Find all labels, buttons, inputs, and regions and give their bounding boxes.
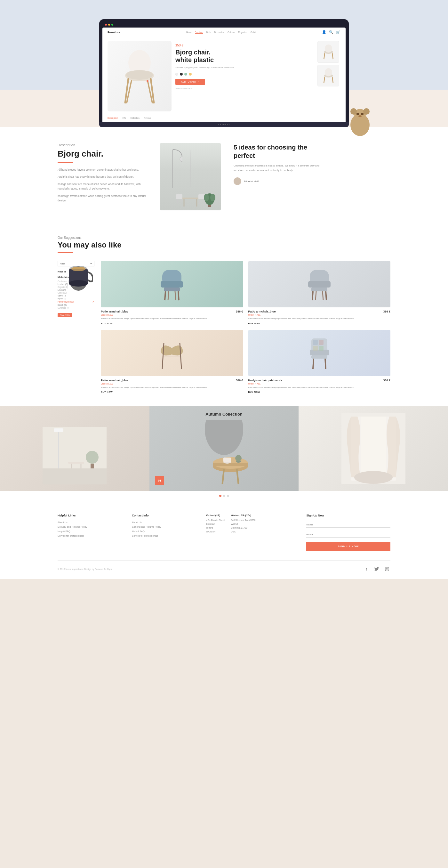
color-green[interactable] bbox=[184, 73, 187, 75]
tab-description[interactable]: Description bbox=[107, 117, 118, 120]
svg-rect-72 bbox=[54, 428, 63, 432]
filter-synthetic[interactable]: Synthetic (0) bbox=[58, 307, 94, 309]
filter-polypropylene[interactable]: Polypropylene (1) ✕ bbox=[58, 300, 94, 303]
autumn-grid: Autumn Collection bbox=[0, 406, 448, 491]
suggestions-section: Our Suggestions You may also like Filter… bbox=[0, 226, 448, 406]
autumn-collection: Autumn Collection bbox=[0, 406, 448, 501]
svg-line-53 bbox=[312, 291, 313, 300]
footer-link-help[interactable]: Help & FAQ bbox=[58, 530, 122, 533]
svg-rect-86 bbox=[223, 458, 231, 462]
room-scene bbox=[160, 143, 221, 210]
svg-rect-52 bbox=[311, 287, 327, 291]
svg-line-55 bbox=[316, 291, 316, 300]
svg-point-4 bbox=[356, 113, 359, 115]
autumn-center: Autumn Collection bbox=[150, 406, 299, 491]
thumb-1[interactable] bbox=[317, 41, 339, 63]
buy-now-3[interactable]: BUY NOW bbox=[101, 391, 243, 393]
add-to-cart-button[interactable]: ADD TO CART + bbox=[175, 79, 205, 85]
autumn-dot-active[interactable] bbox=[219, 495, 221, 497]
buy-now-4[interactable]: BUY NOW bbox=[248, 391, 391, 393]
svg-rect-62 bbox=[311, 355, 327, 359]
product-card-3-desc: Armchair in round wooden design upholste… bbox=[101, 386, 243, 389]
signup-email-input[interactable] bbox=[306, 532, 390, 537]
facebook-icon[interactable]: f bbox=[363, 565, 370, 572]
breadcrumb-indicator bbox=[147, 80, 149, 82]
twitter-icon[interactable] bbox=[373, 565, 380, 572]
description-section: Description Bjorg chair. All hand pieces… bbox=[0, 127, 448, 226]
nav-home[interactable]: Home bbox=[186, 31, 191, 34]
tab-review[interactable]: Review bbox=[144, 117, 151, 120]
footer-helpful-title: Helpful Links bbox=[58, 514, 122, 517]
svg-line-48 bbox=[168, 291, 169, 300]
svg-line-23 bbox=[332, 53, 333, 59]
footer-grid: Helpful Links About Us Delivery and Retu… bbox=[58, 514, 390, 551]
product-description: Armchair in polypropylene. Seat and legs… bbox=[175, 66, 314, 69]
sale-badge[interactable]: Sale 20% bbox=[58, 313, 72, 317]
footer-link-delivery[interactable]: Delivery and Returns Policy bbox=[58, 525, 122, 528]
color-dark[interactable] bbox=[180, 73, 183, 75]
autumn-dot-3[interactable] bbox=[227, 495, 229, 497]
svg-line-47 bbox=[178, 291, 179, 300]
tab-info[interactable]: Info bbox=[123, 117, 126, 120]
svg-point-94 bbox=[386, 568, 388, 570]
product-card-1-header: Patio armchair_blue 386 € bbox=[101, 310, 243, 313]
footer-link-about[interactable]: About Us bbox=[58, 521, 122, 524]
search-icon[interactable]: 🔍 bbox=[329, 30, 333, 34]
color-yellow[interactable] bbox=[189, 73, 192, 75]
product-card-2-price: 386 € bbox=[383, 310, 390, 313]
instagram-icon[interactable] bbox=[383, 565, 390, 572]
svg-rect-67 bbox=[313, 346, 318, 350]
nav-decoration[interactable]: Decoration bbox=[214, 31, 224, 34]
staff-name: Editorial staff bbox=[244, 180, 259, 183]
product-card-3-header: Patio armchair_blue 386 € bbox=[101, 379, 243, 382]
footer-address-oxford: Oxford (JA) 4 S. Atlantic StreetExperian… bbox=[206, 514, 225, 551]
macbook-label: MacBook bbox=[218, 124, 230, 125]
user-icon[interactable]: 👤 bbox=[322, 30, 326, 34]
signup-name-input[interactable] bbox=[306, 522, 390, 528]
svg-rect-93 bbox=[385, 567, 389, 571]
product-card-4-subtitle: Order: R-XLL bbox=[248, 382, 391, 385]
svg-point-29 bbox=[180, 157, 183, 162]
svg-line-38 bbox=[177, 199, 178, 204]
thumb-2[interactable] bbox=[317, 65, 339, 87]
product-card-1-desc: Armchair in round wooden design upholste… bbox=[101, 317, 243, 320]
footer-link-service[interactable]: Service for professionals bbox=[58, 534, 122, 537]
footer-contact-returns[interactable]: General and Returns Policy bbox=[132, 525, 196, 528]
autumn-dot-2[interactable] bbox=[223, 495, 225, 497]
filter-beech[interactable]: Beech (6) bbox=[58, 304, 94, 306]
footer-bottom: © 2018 Moxa Inspirations. Design by Forn… bbox=[58, 560, 390, 572]
product-thumbnails bbox=[317, 41, 341, 87]
deco-mug bbox=[64, 262, 93, 296]
buy-now-1[interactable]: BUY NOW bbox=[101, 322, 243, 325]
signup-button[interactable]: SIGN UP NOW bbox=[306, 542, 390, 551]
nav-links: Home Furniture Beds Decoration Outdoor M… bbox=[186, 31, 256, 34]
footer-contact-faq[interactable]: Help & FAQ bbox=[132, 530, 196, 533]
footer-helpful-links: Helpful Links About Us Delivery and Retu… bbox=[58, 514, 122, 551]
footer-contact-about[interactable]: About Us bbox=[132, 521, 196, 524]
share-product[interactable]: SHARE PRODUCT bbox=[175, 87, 314, 89]
footer-contact-service[interactable]: Service for professionals bbox=[132, 534, 196, 537]
tab-collection[interactable]: Collection bbox=[130, 117, 139, 120]
product-card-4: Kodytrmchair patchwork 386 € Order: R-XL… bbox=[248, 330, 391, 394]
filter-nylon[interactable]: Nylon (1) bbox=[58, 298, 94, 300]
nav-magazine[interactable]: Magazine bbox=[238, 31, 247, 34]
nav-beds[interactable]: Beds bbox=[206, 31, 211, 34]
cart-icon[interactable]: 🛒 bbox=[336, 30, 341, 34]
svg-line-27 bbox=[332, 77, 333, 83]
product-card-2-img bbox=[248, 261, 391, 307]
laptop-section: Furniture Home Furniture Beds Decoration… bbox=[0, 0, 448, 127]
product-card-4-desc: Armchair in round wooden design upholste… bbox=[248, 386, 391, 389]
desc-para-1: All hand pieces have a common denominato… bbox=[58, 167, 147, 172]
buy-now-2[interactable]: BUY NOW bbox=[248, 322, 391, 325]
nav-outdoor[interactable]: Outdoor bbox=[227, 31, 235, 34]
suggestions-label: Our Suggestions bbox=[58, 236, 390, 240]
product-card-3-subtitle: Order: R-XLL bbox=[101, 382, 243, 385]
address-oxford-street: 4 S. Atlantic StreetExperianOxfordOX26 8… bbox=[206, 518, 225, 534]
svg-point-33 bbox=[210, 194, 215, 202]
product-info: 153 € Bjorg chair. white plastic Armchai… bbox=[175, 41, 314, 92]
nav-outlet[interactable]: Outlet bbox=[251, 31, 256, 34]
svg-rect-37 bbox=[176, 194, 183, 199]
color-white[interactable] bbox=[175, 73, 178, 75]
product-card-2-name: Patio armchair_blue bbox=[248, 310, 276, 313]
nav-furniture[interactable]: Furniture bbox=[195, 31, 203, 34]
